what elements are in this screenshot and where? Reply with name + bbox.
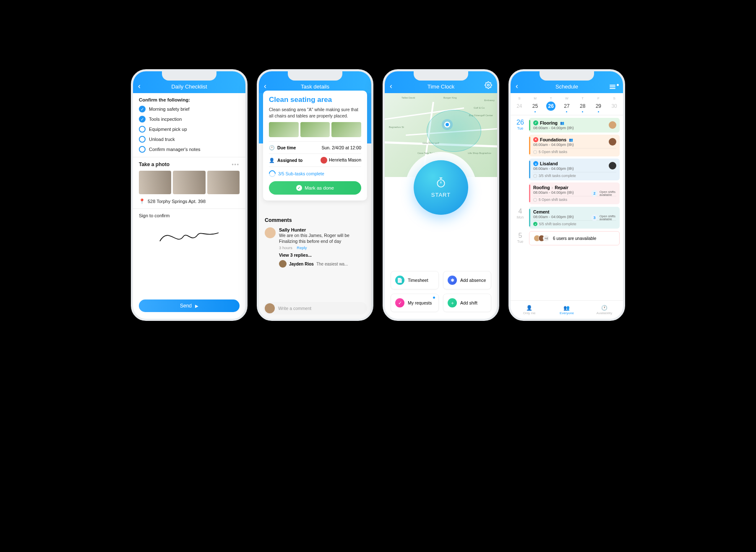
- action-tiles: 📄 Timesheet ✱ Add absence ✓ My requests …: [391, 271, 491, 312]
- checklist-body: Confirm the following: ✓ Morning safety …: [133, 93, 245, 319]
- notification-dot-icon: [433, 297, 435, 299]
- tab-only-me[interactable]: 👤 Only me: [511, 301, 548, 319]
- open-shifts-badge: 3 Open shifts available: [591, 214, 616, 221]
- checklist-item[interactable]: ✓ Tools incpection: [139, 116, 240, 122]
- tile-label: Add absence: [460, 278, 486, 283]
- people-icon: 👥: [560, 121, 564, 125]
- start-clock-button[interactable]: START: [414, 160, 468, 215]
- day-cell[interactable]: S24: [512, 96, 527, 111]
- comment-composer[interactable]: Write a comment: [263, 302, 367, 315]
- add-shift-tile[interactable]: ＋ Add shift: [443, 294, 491, 312]
- comments-heading: Comments: [265, 217, 365, 223]
- due-time-label: Due time: [277, 145, 296, 150]
- day-cell[interactable]: M25: [528, 96, 542, 111]
- send-button[interactable]: Send ▶: [139, 299, 240, 312]
- add-shift-icon: ＋: [448, 298, 457, 307]
- shift-card[interactable]: ✕Foundations👥 08:00am - 04:00pm (8h) 5 O…: [529, 135, 620, 156]
- mark-done-button[interactable]: ✓ Mark as done: [269, 181, 361, 195]
- day-block: 5 Tue +4 6 users are unavailable: [514, 231, 620, 245]
- check-icon: ✓: [533, 222, 537, 226]
- comment-age: 3 hours: [279, 245, 292, 250]
- photo-thumb[interactable]: [173, 171, 205, 194]
- day-cell[interactable]: F29: [591, 96, 605, 111]
- task-photo[interactable]: [331, 122, 361, 137]
- task-title: Clean seating area: [269, 96, 361, 104]
- reply-text: The easiest wa...: [316, 262, 348, 266]
- clock-icon: 🕐: [269, 145, 275, 151]
- add-absence-tile[interactable]: ✱ Add absence: [443, 271, 491, 289]
- unavailable-text: 6 users are unavailable: [553, 236, 596, 241]
- back-icon[interactable]: ‹: [516, 82, 518, 91]
- checklist-item[interactable]: Unload truck: [139, 136, 240, 143]
- back-icon[interactable]: ‹: [264, 82, 266, 91]
- photo-thumb[interactable]: [139, 171, 171, 194]
- phone-time-clock: ‹ Time Clock Talliat David Burger King E…: [383, 69, 499, 321]
- view-replies-button[interactable]: View 3 replies...: [279, 253, 365, 258]
- shift-card[interactable]: Cement 08:00am - 04:00pm (8h) 3 Open shi…: [529, 207, 620, 229]
- subtasks-row[interactable]: 3/5 Sub-tasks complete: [269, 167, 361, 181]
- comment-input[interactable]: Write a comment: [278, 306, 365, 311]
- phone-task-details: ‹ Task details Clean seating area Clean …: [257, 69, 373, 321]
- list-view-icon[interactable]: [610, 85, 618, 91]
- svg-point-1: [437, 180, 444, 187]
- address-row: 📍 528 Torphy Springs Apt. 398: [139, 198, 240, 204]
- shift-card[interactable]: ✓Flooring👥 08:00am - 04:00pm (8h): [529, 118, 620, 133]
- shift-card[interactable]: Roofing›Repair 08:00am - 04:00pm (8h) 2 …: [529, 182, 620, 204]
- checklist-label: Confirm manager's notes: [149, 147, 201, 152]
- day-cell[interactable]: W27: [560, 96, 574, 111]
- tab-availability[interactable]: 🕐 Availability: [586, 301, 623, 319]
- task-body: Clean seating area Clean seating area "A…: [259, 93, 371, 319]
- task-description: Clean seating area "A" while making sure…: [269, 107, 361, 119]
- back-icon[interactable]: ‹: [390, 82, 392, 91]
- checklist-item[interactable]: Equipment pick up: [139, 126, 240, 133]
- timeclock-body: Talliat David Burger King Embassy Golf &…: [385, 93, 497, 319]
- timesheet-tile[interactable]: 📄 Timesheet: [391, 271, 439, 289]
- absence-icon: ✱: [448, 276, 457, 285]
- settings-icon[interactable]: [485, 81, 492, 91]
- comments-section: Comments Sally Hunter We are on this Jam…: [265, 217, 365, 268]
- day-cell[interactable]: T26: [544, 96, 558, 111]
- unavailable-card[interactable]: +4 6 users are unavailable: [529, 231, 620, 245]
- phone-daily-checklist: ‹ Daily Checklist Confirm the following:…: [131, 69, 248, 321]
- avatar[interactable]: [279, 260, 287, 268]
- photo-section-header: Take a photo •••: [139, 161, 240, 167]
- due-time-row: 🕐 Due time Sun. 2/4/20 at 12:00: [269, 141, 361, 154]
- signature-pad[interactable]: [139, 222, 240, 247]
- notch: [414, 71, 468, 81]
- send-icon: ▶: [195, 304, 198, 308]
- photo-grid: [139, 171, 240, 194]
- checklist-item[interactable]: ✓ Morning safety brief: [139, 106, 240, 112]
- day-cell[interactable]: T28: [576, 96, 590, 111]
- reply-button[interactable]: Reply: [297, 245, 307, 250]
- more-icon[interactable]: •••: [232, 161, 240, 167]
- schedule-list[interactable]: 26 Tue ✓Flooring👥 08:00am - 04:00pm (8h)…: [511, 115, 623, 300]
- day-cell[interactable]: S30: [607, 96, 621, 111]
- my-requests-tile[interactable]: ✓ My requests: [391, 294, 439, 312]
- people-icon: 👥: [563, 305, 570, 311]
- task-photo[interactable]: [300, 122, 330, 137]
- tab-everyone[interactable]: 👥 Everyone: [548, 301, 585, 319]
- checklist-item[interactable]: Confirm manager's notes: [139, 146, 240, 153]
- checklist-label: Equipment pick up: [149, 127, 187, 132]
- day-block: 4 Mon Cement 08:00am - 04:00pm (8h) 3 Op…: [514, 207, 620, 229]
- comment-meta: 3 hours Reply: [279, 245, 365, 250]
- day-block: 26 Tue ✓Flooring👥 08:00am - 04:00pm (8h)…: [514, 118, 620, 204]
- photo-thumb[interactable]: [207, 171, 240, 194]
- avatar[interactable]: [265, 227, 276, 238]
- avatar: [609, 121, 616, 129]
- circle-icon: [533, 198, 537, 202]
- confirm-heading: Confirm the following:: [139, 97, 240, 102]
- shift-card[interactable]: ●Lisaland 08:00am - 04:00pm (8h) 3/5 shi…: [529, 159, 620, 180]
- svg-point-0: [487, 84, 490, 86]
- tile-label: Timesheet: [408, 278, 428, 283]
- page-title: Daily Checklist: [171, 83, 207, 90]
- person-icon: 👤: [269, 157, 275, 163]
- avatar-stack: +4: [534, 235, 550, 242]
- divider: [133, 157, 245, 157]
- send-label: Send: [180, 303, 192, 309]
- check-icon: [139, 136, 146, 143]
- subtasks-text: 3/5 Sub-tasks complete: [278, 171, 324, 176]
- check-icon: ✓: [139, 106, 146, 112]
- back-icon[interactable]: ‹: [138, 82, 141, 91]
- task-photo[interactable]: [269, 122, 299, 137]
